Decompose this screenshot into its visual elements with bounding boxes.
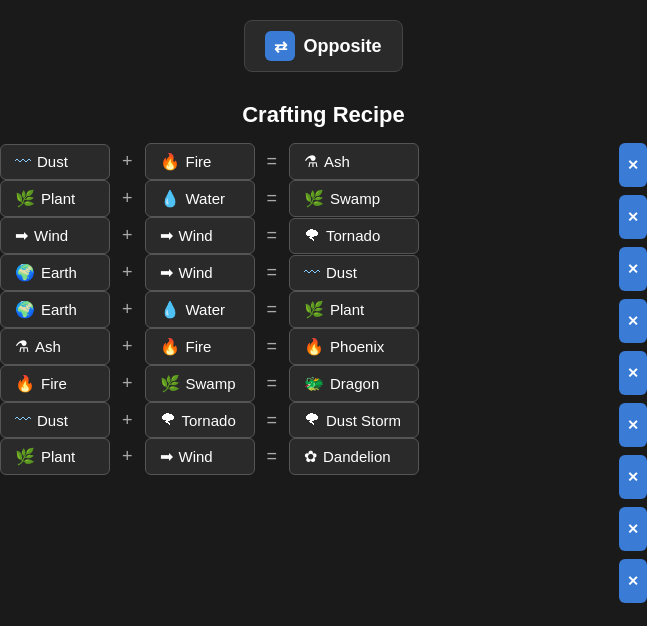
result-label: Dust Storm	[326, 412, 401, 429]
input1-label: Plant	[41, 190, 75, 207]
input2-btn[interactable]: 🔥 Fire	[145, 143, 255, 180]
result-label: Plant	[330, 301, 364, 318]
plus-operator: +	[118, 299, 137, 320]
plus-operator: +	[118, 336, 137, 357]
result-label: Ash	[324, 153, 350, 170]
input1-btn[interactable]: 〰 Dust	[0, 144, 110, 180]
side-action-btn[interactable]: ✕	[619, 507, 647, 551]
cross-icon: ✕	[627, 313, 639, 329]
cross-icon: ✕	[627, 365, 639, 381]
plus-operator: +	[118, 151, 137, 172]
equals-operator: =	[263, 336, 282, 357]
table-row: ➡ Wind + ➡ Wind = 🌪 Tornado	[0, 217, 613, 254]
equals-operator: =	[263, 188, 282, 209]
result-label: Swamp	[330, 190, 380, 207]
input1-label: Earth	[41, 301, 77, 318]
input2-label: Swamp	[186, 375, 236, 392]
input2-label: Fire	[186, 153, 212, 170]
result-btn[interactable]: 🔥 Phoenix	[289, 328, 419, 365]
result-label: Phoenix	[330, 338, 384, 355]
table-row: 🌿 Plant + 💧 Water = 🌿 Swamp	[0, 180, 613, 217]
plus-operator: +	[118, 225, 137, 246]
input1-btn[interactable]: ⚗ Ash	[0, 328, 110, 365]
result-label: Dragon	[330, 375, 379, 392]
section-title: Crafting Recipe	[0, 102, 647, 128]
input2-btn[interactable]: 🌪 Tornado	[145, 402, 255, 438]
cross-icon: ✕	[627, 469, 639, 485]
cross-icon: ✕	[627, 521, 639, 537]
input2-label: Wind	[179, 448, 213, 465]
side-action-btn[interactable]: ✕	[619, 143, 647, 187]
side-action-btn[interactable]: ✕	[619, 455, 647, 499]
input1-label: Dust	[37, 153, 68, 170]
equals-operator: =	[263, 225, 282, 246]
input2-label: Wind	[179, 264, 213, 281]
input2-label: Wind	[179, 227, 213, 244]
cross-icon: ✕	[627, 209, 639, 225]
table-row: ⚗ Ash + 🔥 Fire = 🔥 Phoenix	[0, 328, 613, 365]
result-btn[interactable]: 🌿 Plant	[289, 291, 419, 328]
side-action-btn[interactable]: ✕	[619, 559, 647, 603]
plus-operator: +	[118, 373, 137, 394]
result-btn[interactable]: ⚗ Ash	[289, 143, 419, 180]
cross-icon: ✕	[627, 417, 639, 433]
result-btn[interactable]: 🐲 Dragon	[289, 365, 419, 402]
equals-operator: =	[263, 446, 282, 467]
input2-label: Fire	[186, 338, 212, 355]
input2-btn[interactable]: 💧 Water	[145, 180, 255, 217]
input1-btn[interactable]: 🌿 Plant	[0, 438, 110, 475]
side-action-btn[interactable]: ✕	[619, 351, 647, 395]
result-btn[interactable]: 🌿 Swamp	[289, 180, 419, 217]
input1-btn[interactable]: 🔥 Fire	[0, 365, 110, 402]
table-row: 🌿 Plant + ➡ Wind = ✿ Dandelion	[0, 438, 613, 475]
table-row: 🌍 Earth + 💧 Water = 🌿 Plant	[0, 291, 613, 328]
opposite-button[interactable]: ⇄ Opposite	[244, 20, 402, 72]
plus-operator: +	[118, 410, 137, 431]
equals-operator: =	[263, 410, 282, 431]
opposite-icon: ⇄	[265, 31, 295, 61]
side-action-btn[interactable]: ✕	[619, 403, 647, 447]
input2-label: Tornado	[182, 412, 236, 429]
opposite-label: Opposite	[303, 36, 381, 57]
result-btn[interactable]: 🌪 Dust Storm	[289, 402, 419, 438]
input2-btn[interactable]: 🔥 Fire	[145, 328, 255, 365]
input2-label: Water	[186, 190, 225, 207]
result-label: Tornado	[326, 227, 380, 244]
result-btn[interactable]: ✿ Dandelion	[289, 438, 419, 475]
plus-operator: +	[118, 446, 137, 467]
result-label: Dandelion	[323, 448, 391, 465]
input1-label: Plant	[41, 448, 75, 465]
input1-label: Fire	[41, 375, 67, 392]
result-btn[interactable]: 🌪 Tornado	[289, 218, 419, 254]
cross-icon: ✕	[627, 573, 639, 589]
cross-icon: ✕	[627, 261, 639, 277]
cross-icon: ✕	[627, 157, 639, 173]
input2-btn[interactable]: ➡ Wind	[145, 217, 255, 254]
equals-operator: =	[263, 299, 282, 320]
input1-label: Ash	[35, 338, 61, 355]
input1-btn[interactable]: 🌍 Earth	[0, 254, 110, 291]
input2-label: Water	[186, 301, 225, 318]
side-column: ✕✕✕✕✕✕✕✕✕	[619, 143, 647, 603]
result-btn[interactable]: 〰 Dust	[289, 255, 419, 291]
input2-btn[interactable]: 🌿 Swamp	[145, 365, 255, 402]
table-row: 〰 Dust + 🌪 Tornado = 🌪 Dust Storm	[0, 402, 613, 438]
table-row: 🌍 Earth + ➡ Wind = 〰 Dust	[0, 254, 613, 291]
plus-operator: +	[118, 188, 137, 209]
input1-label: Wind	[34, 227, 68, 244]
input2-btn[interactable]: 💧 Water	[145, 291, 255, 328]
equals-operator: =	[263, 262, 282, 283]
input1-btn[interactable]: 〰 Dust	[0, 402, 110, 438]
plus-operator: +	[118, 262, 137, 283]
input2-btn[interactable]: ➡ Wind	[145, 438, 255, 475]
side-action-btn[interactable]: ✕	[619, 247, 647, 291]
side-action-btn[interactable]: ✕	[619, 299, 647, 343]
input1-btn[interactable]: ➡ Wind	[0, 217, 110, 254]
input1-btn[interactable]: 🌍 Earth	[0, 291, 110, 328]
input1-btn[interactable]: 🌿 Plant	[0, 180, 110, 217]
equals-operator: =	[263, 373, 282, 394]
input2-btn[interactable]: ➡ Wind	[145, 254, 255, 291]
table-row: 🔥 Fire + 🌿 Swamp = 🐲 Dragon	[0, 365, 613, 402]
input1-label: Earth	[41, 264, 77, 281]
side-action-btn[interactable]: ✕	[619, 195, 647, 239]
